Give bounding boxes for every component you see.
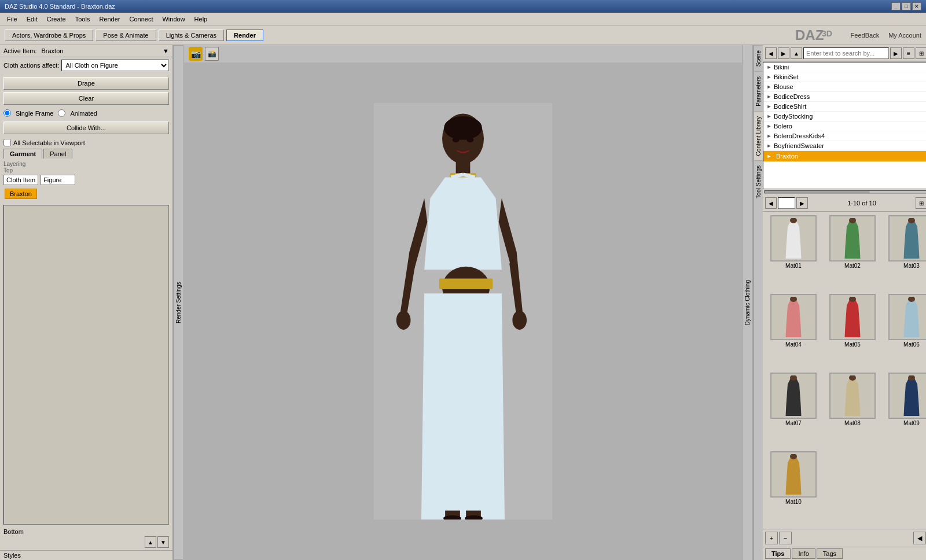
minimize-button[interactable]: _ (891, 2, 901, 10)
thumb-mat02[interactable]: Mat02 (824, 214, 881, 290)
scrollbar-track[interactable] (764, 190, 926, 194)
menu-tools[interactable]: Tools (71, 14, 95, 24)
tree-item-braxton[interactable]: ► Braxton (763, 151, 926, 162)
tree-item-bolero[interactable]: ► Bolero ▶ (763, 121, 926, 131)
menu-window[interactable]: Window (157, 14, 189, 24)
thumb-mat07[interactable]: Mat07 (765, 371, 822, 448)
page-next-button[interactable]: ▶ (796, 197, 808, 209)
arrow-up-button[interactable]: ▲ (145, 536, 156, 548)
close-button[interactable]: ✕ (912, 2, 921, 10)
tags-tab[interactable]: Tags (817, 548, 843, 559)
window-controls[interactable]: _ □ ✕ (891, 2, 921, 10)
toolbar-actors[interactable]: Actors, Wardrobe & Props (5, 30, 93, 41)
layering-section: Layering Top Cloth Item Figure Braxton (0, 160, 172, 202)
thumb-label-mat09: Mat09 (903, 420, 920, 426)
daz-logo: DAZ 3D (795, 27, 842, 43)
panel-options-icon[interactable]: ▼ (163, 47, 169, 54)
single-frame-radio[interactable] (3, 109, 11, 117)
garment-tab[interactable]: Garment (3, 149, 42, 159)
menu-help[interactable]: Help (190, 14, 212, 24)
thumb-prev-button[interactable]: ◀ (913, 532, 926, 544)
thumb-img-mat04 (770, 294, 817, 340)
toolbar: Actors, Wardrobe & Props Pose & Animate … (0, 25, 926, 45)
toolbar-pose[interactable]: Pose & Animate (95, 30, 156, 41)
tree-item-bikiniset[interactable]: ► BikiniSet ▶ (763, 72, 926, 82)
thumb-img-mat10 (770, 451, 817, 498)
camera-icon[interactable]: 📷 (189, 47, 203, 61)
content-library-tab[interactable]: Content Library (754, 111, 763, 160)
parameters-tab[interactable]: Parameters (754, 71, 763, 111)
tree-item-bodystocking[interactable]: ► BodyStocking (763, 112, 926, 121)
all-selectable-checkbox[interactable] (3, 139, 11, 146)
tree-scrollbar[interactable] (763, 189, 926, 195)
character-figure (347, 103, 579, 520)
grid-view-button[interactable]: ⊞ (916, 197, 926, 209)
tree-item-boyfiendsweater[interactable]: ► BoyfriendSweater ▶ (763, 141, 926, 151)
view-toggle-button[interactable]: ⊞ (916, 47, 926, 59)
side-tabs-strip: Scene Parameters Content Library Tool Se… (754, 45, 763, 560)
page-prev-button[interactable]: ◀ (765, 197, 777, 209)
tree-expand-icon: ► (766, 64, 773, 71)
nav-up-button[interactable]: ▲ (791, 47, 802, 59)
tree-item-label: Blouse (774, 83, 793, 90)
toolbar-lights[interactable]: Lights & Cameras (159, 30, 224, 41)
screenshot-icon[interactable]: 📸 (205, 47, 219, 61)
dynamic-clothing-label: Dynamic Clothing (742, 278, 753, 327)
svg-rect-5 (456, 160, 471, 175)
dynamic-clothing-toggle[interactable]: Dynamic Clothing (742, 45, 752, 560)
search-options-button[interactable]: ≡ (903, 47, 914, 59)
tool-settings-tab[interactable]: Tool Settings (754, 160, 763, 203)
menu-render[interactable]: Render (94, 14, 124, 24)
thumb-mat04[interactable]: Mat04 (765, 293, 822, 369)
cloth-affect-select[interactable]: All Cloth on Figure (61, 60, 169, 71)
thumb-label-mat10: Mat10 (785, 499, 802, 505)
thumb-label-mat06: Mat06 (903, 341, 920, 348)
panel-tab[interactable]: Panel (43, 149, 72, 159)
tree-item-bodicedress[interactable]: ► BodiceDress ▶ (763, 92, 926, 102)
maximize-button[interactable]: □ (902, 2, 911, 10)
search-input[interactable] (803, 47, 889, 59)
menu-file[interactable]: File (2, 14, 22, 24)
thumb-mat09[interactable]: Mat09 (883, 371, 926, 448)
remove-item-button[interactable]: − (779, 532, 792, 544)
thumb-mat10[interactable]: Mat10 (765, 450, 822, 526)
animated-radio[interactable] (58, 109, 65, 117)
garment-tag[interactable]: Braxton (5, 189, 37, 199)
tree-item-bodiceshirt[interactable]: ► BodiceShirt ▶ (763, 102, 926, 112)
feedback-link[interactable]: FeedBack (851, 32, 880, 39)
scrollbar-thumb[interactable] (765, 191, 870, 193)
collide-button[interactable]: Collide With... (3, 121, 169, 134)
search-go-button[interactable]: ▶ (890, 47, 902, 59)
nav-forward-button[interactable]: ▶ (778, 47, 789, 59)
tips-tab[interactable]: Tips (765, 548, 791, 559)
cloth-item-cell: Cloth Item (3, 175, 38, 185)
menu-create[interactable]: Create (42, 14, 71, 24)
tree-expand-icon: ► (766, 83, 773, 90)
thumb-mat08[interactable]: Mat08 (824, 371, 881, 448)
empty-drop-area (3, 205, 169, 525)
clear-button[interactable]: Clear (3, 92, 169, 105)
svg-rect-10 (439, 278, 493, 289)
thumb-mat06[interactable]: Mat06 (883, 293, 926, 369)
tree-item-bolerodresskids4[interactable]: ► BoleroDressKids4 ▶ (763, 131, 926, 141)
render-settings-tab[interactable]: Render Settings (174, 45, 183, 560)
left-panel: Active Item: Braxton ▼ Cloth actions aff… (0, 45, 174, 560)
info-tab[interactable]: Info (792, 548, 815, 559)
thumb-mat05[interactable]: Mat05 (824, 293, 881, 369)
tree-item-bikini[interactable]: ► Bikini (763, 62, 926, 72)
menu-edit[interactable]: Edit (22, 14, 42, 24)
page-number-input[interactable]: 1 (778, 197, 795, 209)
thumb-bottom: + − ◀ ▶ (763, 529, 926, 547)
thumb-mat03[interactable]: Mat03 (883, 214, 926, 290)
drape-button[interactable]: Drape (3, 77, 169, 90)
toolbar-render[interactable]: Render (226, 30, 263, 41)
menu-connect[interactable]: Connect (125, 14, 158, 24)
bottom-section: Bottom ▲ ▼ (0, 527, 172, 550)
scene-tab[interactable]: Scene (754, 45, 763, 71)
nav-back-button[interactable]: ◀ (765, 47, 777, 59)
thumb-mat01[interactable]: Mat01 (765, 214, 822, 290)
add-item-button[interactable]: + (765, 532, 778, 544)
arrow-down-button[interactable]: ▼ (157, 536, 169, 548)
account-link[interactable]: My Account (888, 32, 921, 39)
tree-item-blouse[interactable]: ► Blouse (763, 82, 926, 92)
